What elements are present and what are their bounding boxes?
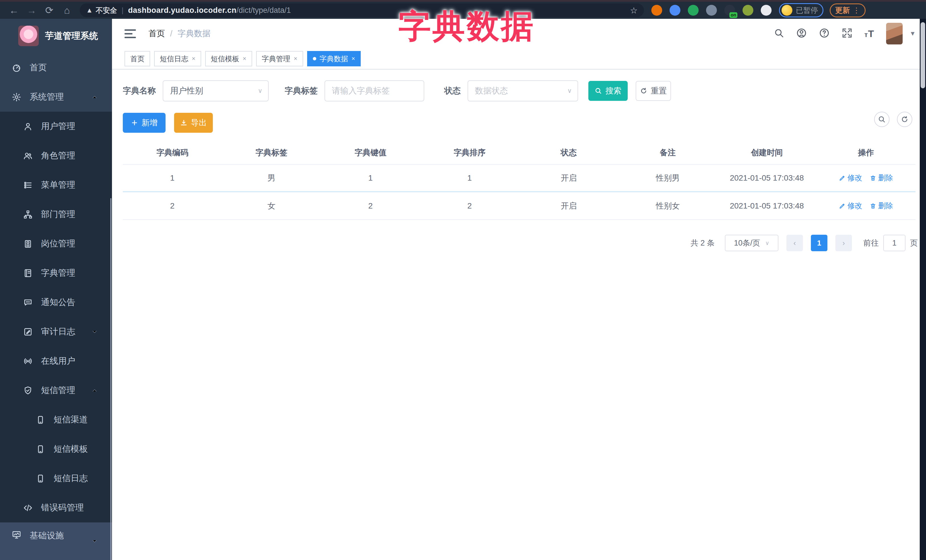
sidebar-item-菜单管理[interactable]: 菜单管理 [0, 171, 112, 200]
browser-update-button[interactable]: 更新 ⋮ [830, 3, 865, 17]
edit-link[interactable]: 修改 [839, 173, 862, 183]
browser-profile-chip[interactable]: 已暂停 [779, 3, 823, 17]
active-tab-dot [313, 57, 316, 60]
browser-reload-icon[interactable]: ⟳ [41, 5, 58, 16]
phone-icon [35, 415, 46, 425]
tab-首页[interactable]: 首页 [124, 51, 150, 66]
tab-label: 首页 [130, 54, 144, 63]
tab-短信日志[interactable]: 短信日志× [154, 51, 201, 66]
chevron-up-icon [91, 94, 98, 101]
user-icon [22, 122, 33, 131]
browser-forward-icon[interactable]: → [23, 5, 41, 16]
user-avatar[interactable] [886, 23, 903, 44]
shield-check-icon [22, 386, 33, 395]
screen: ← → ⟳ ⌂ ▲ 不安全 | dashboard.yudao.iocoder.… [0, 0, 926, 560]
tab-label: 短信模板 [211, 54, 239, 63]
edit-link[interactable]: 修改 [839, 201, 862, 211]
extension-icons: on [651, 5, 772, 16]
close-icon[interactable]: × [243, 55, 247, 62]
page-content: 字典名称 用户性别 ∨ 字典标签 请输入字典标签 状态 数据状态 ∨ [112, 69, 926, 560]
tab-字典管理[interactable]: 字典管理× [256, 51, 303, 66]
sidebar-item-label: 首页 [30, 62, 47, 74]
sidebar-item-首页[interactable]: 首页 [0, 53, 112, 82]
fullscreen-icon[interactable] [842, 28, 852, 39]
browser-back-icon[interactable]: ← [5, 5, 23, 16]
close-icon[interactable]: × [352, 55, 355, 62]
sidebar-item-短信管理[interactable]: 短信管理 [0, 376, 112, 405]
search-button-label: 搜索 [605, 86, 622, 96]
tab-短信模板[interactable]: 短信模板× [205, 51, 252, 66]
search-button[interactable]: 搜索 [589, 81, 628, 101]
font-size-icon[interactable]: тT [864, 28, 875, 39]
code-icon [22, 503, 33, 513]
sidebar-item-用户管理[interactable]: 用户管理 [0, 112, 112, 141]
status-select[interactable]: 数据状态 ∨ [468, 80, 578, 101]
sidebar-item-label: 通知公告 [41, 296, 75, 308]
extension-white-icon[interactable] [761, 5, 772, 16]
extension-green-check-icon[interactable] [688, 5, 699, 16]
sidebar-item-短信模板[interactable]: 短信模板 [0, 435, 112, 464]
close-icon[interactable]: × [192, 55, 195, 62]
prev-page-button[interactable]: ‹ [787, 235, 803, 251]
header-icons: тT ▼ [774, 23, 916, 44]
delete-link[interactable]: 删除 [870, 201, 893, 211]
table-cell: 1 [321, 174, 420, 183]
browser-home-icon[interactable]: ⌂ [58, 5, 76, 16]
github-icon[interactable] [796, 28, 807, 39]
org-tree-icon [22, 210, 33, 219]
extension-dark-icon[interactable]: on [724, 5, 735, 16]
dict-label-input[interactable]: 请输入字典标签 [325, 80, 424, 101]
sidebar-item-岗位管理[interactable]: 岗位管理 [0, 229, 112, 258]
table-toolbar: 新增 导出 [123, 113, 915, 133]
scrollbar-thumb[interactable] [921, 22, 925, 88]
browser-menu-icon[interactable]: ⋮ [853, 6, 860, 15]
sidebar-item-系统管理[interactable]: 系统管理 [0, 82, 112, 112]
current-page-button[interactable]: 1 [811, 235, 828, 251]
help-icon[interactable] [819, 28, 830, 39]
sidebar-item-label: 角色管理 [41, 150, 75, 162]
users-icon [22, 151, 33, 161]
sidebar-item-基础设施[interactable]: 基础设施 [0, 522, 112, 560]
breadcrumb-home[interactable]: 首页 [148, 28, 165, 39]
chevron-down-icon[interactable]: ▼ [909, 30, 916, 37]
sidebar-item-短信日志[interactable]: 短信日志 [0, 464, 112, 493]
extension-orange-icon[interactable] [651, 5, 662, 16]
table-cell: 开启 [519, 173, 618, 183]
sidebar-item-在线用户[interactable]: 在线用户 [0, 346, 112, 376]
next-page-button[interactable]: › [835, 235, 852, 251]
extension-olive-icon[interactable] [743, 5, 754, 16]
sidebar-item-label: 错误码管理 [41, 502, 84, 513]
hamburger-icon[interactable] [124, 29, 136, 38]
sidebar-logo-row[interactable]: 芋道管理系统 [0, 19, 112, 53]
column-header: 字典排序 [420, 147, 519, 158]
toggle-search-button[interactable] [874, 112, 890, 127]
sidebar-item-通知公告[interactable]: 通知公告 [0, 288, 112, 317]
address-bar[interactable]: ▲ 不安全 | dashboard.yudao.iocoder.cn /dict… [80, 3, 644, 17]
sidebar-item-部门管理[interactable]: 部门管理 [0, 200, 112, 229]
delete-link[interactable]: 删除 [870, 173, 893, 183]
export-button[interactable]: 导出 [174, 113, 213, 133]
sidebar-item-字典管理[interactable]: 字典管理 [0, 258, 112, 288]
table-cell: 开启 [519, 201, 618, 211]
sidebar-item-短信渠道[interactable]: 短信渠道 [0, 405, 112, 435]
app-body: 芋道管理系统 首页系统管理用户管理角色管理菜单管理部门管理岗位管理字典管理通知公… [0, 19, 926, 560]
page-size-select[interactable]: 10条/页 ∨ [725, 235, 778, 251]
sidebar-item-label: 系统管理 [30, 91, 64, 103]
bookmark-star-icon[interactable]: ☆ [630, 5, 638, 15]
close-icon[interactable]: × [294, 55, 298, 62]
search-icon[interactable] [774, 28, 784, 39]
extension-blue-icon[interactable] [670, 5, 680, 16]
goto-page-input[interactable]: 1 [883, 235, 905, 251]
dict-name-value: 用户性别 [170, 85, 203, 97]
refresh-button[interactable] [897, 112, 912, 127]
sidebar-item-错误码管理[interactable]: 错误码管理 [0, 493, 112, 522]
reset-button[interactable]: 重置 [635, 81, 671, 101]
page-scrollbar[interactable] [920, 19, 926, 560]
sidebar-item-审计日志[interactable]: 审计日志 [0, 317, 112, 346]
sidebar-item-label: 短信渠道 [54, 414, 88, 426]
add-button[interactable]: 新增 [123, 113, 165, 133]
dict-name-select[interactable]: 用户性别 ∨ [163, 80, 269, 101]
tab-字典数据[interactable]: 字典数据× [307, 51, 361, 66]
sidebar-item-角色管理[interactable]: 角色管理 [0, 141, 112, 171]
extension-slate-icon[interactable] [706, 5, 717, 16]
